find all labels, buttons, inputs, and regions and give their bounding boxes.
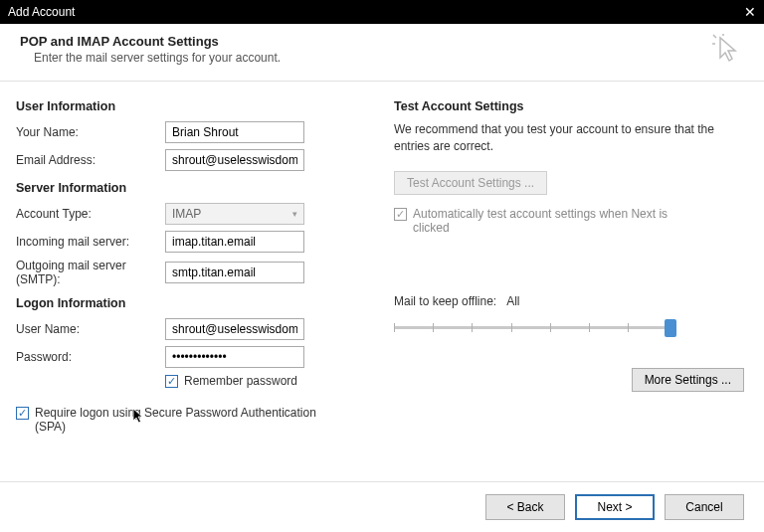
mail-offline-area: Mail to keep offline: All bbox=[394, 294, 744, 338]
remember-password-label: Remember password bbox=[184, 374, 297, 388]
username-label: User Name: bbox=[16, 322, 165, 336]
header-title: POP and IMAP Account Settings bbox=[20, 34, 281, 49]
outgoing-label: Outgoing mail server (SMTP): bbox=[16, 259, 165, 286]
remember-password-checkbox[interactable] bbox=[165, 375, 178, 388]
dialog-footer: < Back Next > Cancel bbox=[0, 481, 764, 532]
auto-test-row: Automatically test account settings when… bbox=[394, 207, 744, 235]
slider-thumb[interactable] bbox=[665, 319, 676, 337]
cursor-click-icon bbox=[712, 34, 744, 69]
outgoing-server-input[interactable] bbox=[165, 262, 304, 283]
cancel-button[interactable]: Cancel bbox=[665, 494, 744, 520]
mouse-cursor-icon bbox=[131, 408, 147, 424]
test-settings-desc: We recommend that you test your account … bbox=[394, 121, 744, 155]
account-type-select: IMAP ▾ bbox=[165, 203, 304, 225]
header-subtitle: Enter the mail server settings for your … bbox=[34, 51, 281, 65]
account-type-label: Account Type: bbox=[16, 207, 165, 221]
email-label: Email Address: bbox=[16, 153, 165, 167]
username-input[interactable] bbox=[165, 318, 304, 340]
test-account-settings-button: Test Account Settings ... bbox=[394, 171, 547, 195]
remember-password-row[interactable]: Remember password bbox=[165, 374, 366, 388]
chevron-down-icon: ▾ bbox=[292, 209, 297, 219]
spa-row[interactable]: Require logon using Secure Password Auth… bbox=[16, 406, 366, 434]
more-settings-button[interactable]: More Settings ... bbox=[632, 368, 744, 392]
dialog-header: POP and IMAP Account Settings Enter the … bbox=[0, 24, 764, 82]
account-type-value: IMAP bbox=[172, 207, 201, 221]
your-name-input[interactable] bbox=[165, 121, 304, 143]
content-area: User Information Your Name: Email Addres… bbox=[0, 82, 764, 443]
right-column: Test Account Settings We recommend that … bbox=[394, 99, 744, 434]
test-settings-title: Test Account Settings bbox=[394, 99, 744, 113]
spa-checkbox[interactable] bbox=[16, 407, 29, 420]
logon-info-title: Logon Information bbox=[16, 296, 366, 310]
your-name-label: Your Name: bbox=[16, 125, 165, 139]
auto-test-label: Automatically test account settings when… bbox=[413, 207, 671, 235]
mail-offline-value: All bbox=[506, 294, 519, 308]
close-icon[interactable]: ✕ bbox=[744, 4, 756, 20]
titlebar: Add Account ✕ bbox=[0, 0, 764, 24]
server-info-title: Server Information bbox=[16, 181, 366, 195]
mail-offline-slider[interactable] bbox=[394, 318, 672, 338]
svg-line-0 bbox=[713, 35, 716, 38]
incoming-server-input[interactable] bbox=[165, 231, 304, 253]
back-button[interactable]: < Back bbox=[485, 494, 565, 520]
left-column: User Information Your Name: Email Addres… bbox=[16, 99, 366, 434]
email-input[interactable] bbox=[165, 149, 304, 171]
password-label: Password: bbox=[16, 350, 165, 364]
password-input[interactable] bbox=[165, 346, 304, 368]
user-info-title: User Information bbox=[16, 99, 366, 113]
window-title: Add Account bbox=[8, 5, 75, 19]
incoming-label: Incoming mail server: bbox=[16, 235, 165, 249]
mail-offline-label: Mail to keep offline: bbox=[394, 294, 496, 308]
next-button[interactable]: Next > bbox=[575, 494, 655, 520]
auto-test-checkbox bbox=[394, 208, 407, 221]
spa-label: Require logon using Secure Password Auth… bbox=[35, 406, 333, 434]
